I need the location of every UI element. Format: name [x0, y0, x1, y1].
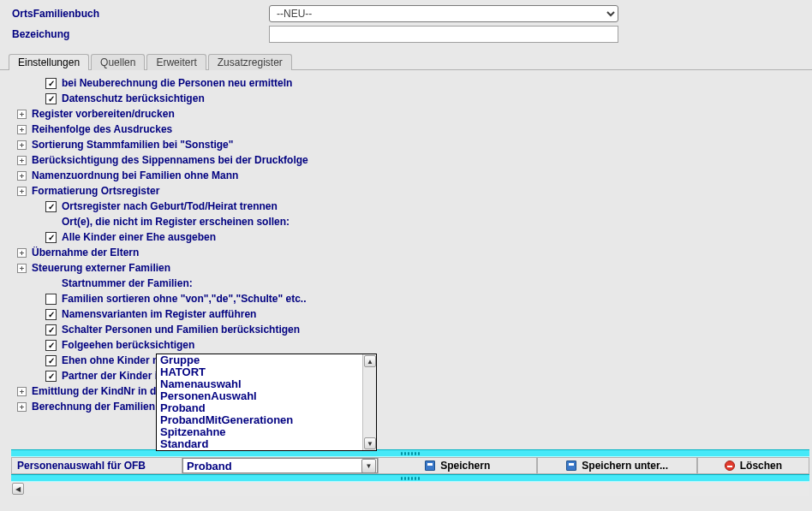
- check-ehen-ohne-kinder[interactable]: [45, 355, 57, 366]
- save-as-button[interactable]: Speichern unter...: [537, 458, 696, 473]
- node-register[interactable]: Register vorbereiten/drucken: [32, 108, 175, 120]
- delete-button[interactable]: Löschen: [697, 458, 809, 473]
- node-namenzu[interactable]: Namenzuordnung bei Familien ohne Mann: [32, 169, 238, 181]
- label-familien-sortieren: Familien sortieren ohne "von","de","Schu…: [62, 293, 307, 305]
- check-ortsregister-trennen[interactable]: [45, 201, 57, 212]
- node-formatierung[interactable]: Formatierung Ortsregister: [32, 185, 159, 197]
- expander-sortierung[interactable]: +: [17, 140, 27, 150]
- save-as-button-label: Speichern unter...: [582, 460, 668, 472]
- node-steuerung-ext[interactable]: Steuerung externer Familien: [32, 262, 170, 274]
- listbox-item-spitzenahne[interactable]: Spitzenahne: [157, 426, 376, 438]
- horizontal-scrollbar[interactable]: ◀: [11, 482, 809, 496]
- bezeichnung-input[interactable]: [269, 26, 618, 43]
- scroll-up-icon[interactable]: ▲: [364, 355, 376, 367]
- label-alle-kinder: Alle Kinder einer Ehe ausgeben: [62, 231, 216, 243]
- expander-uebernahme[interactable]: +: [17, 248, 27, 258]
- scroll-left-icon[interactable]: ◀: [12, 483, 24, 495]
- personenauswahl-combo[interactable]: Proband ▼: [182, 458, 378, 473]
- label-startnummer: Startnummer der Familien:: [62, 277, 193, 289]
- tab-quellen[interactable]: Quellen: [91, 54, 145, 70]
- delete-icon: [725, 460, 735, 471]
- empty-area: [363, 393, 809, 449]
- expander-berechnung-fam[interactable]: +: [17, 402, 27, 412]
- save-button-label: Speichern: [440, 460, 490, 472]
- node-reihenfolge[interactable]: Reihenfolge des Ausdruckes: [32, 123, 172, 135]
- personenauswahl-label: Personenauswahl für OFB: [11, 458, 182, 473]
- listbox-item-gruppe[interactable]: Gruppe: [157, 354, 376, 366]
- label-schalter-personen: Schalter Personen und Familien berücksic…: [62, 324, 300, 336]
- header-form: OrtsFamilienbuch --NEU-- Bezeichung: [0, 0, 812, 51]
- scroll-down-icon[interactable]: ▼: [364, 437, 376, 449]
- listbox-item-hatort[interactable]: HATORT: [157, 366, 376, 378]
- label-ortsregister-trennen: Ortsregister nach Geburt/Tod/Heirat tren…: [62, 200, 278, 212]
- delete-button-label: Löschen: [740, 460, 782, 472]
- settings-tree: bei Neuberechnung die Personen neu ermit…: [0, 70, 812, 438]
- save-icon: [425, 460, 435, 471]
- listbox-item-proband[interactable]: Proband: [157, 402, 376, 414]
- tab-einstellungen[interactable]: Einstellungen: [9, 54, 89, 70]
- node-berechnung-fam[interactable]: Berechnung der Familien: [32, 401, 155, 413]
- listbox-item-standard[interactable]: Standard: [157, 438, 376, 450]
- expander-formatierung[interactable]: +: [17, 187, 27, 196]
- personenauswahl-value[interactable]: Proband: [183, 458, 361, 474]
- node-kindnr[interactable]: Emittlung der KindNr in de: [32, 385, 162, 397]
- expander-reihenfolge[interactable]: +: [17, 125, 27, 134]
- tab-zusatzregister[interactable]: Zusatzregister: [208, 54, 292, 70]
- row-ortsfamilienbuch: OrtsFamilienbuch --NEU--: [12, 5, 803, 22]
- check-alle-kinder[interactable]: [45, 232, 57, 243]
- check-namensvarianten[interactable]: [45, 309, 57, 320]
- expander-sippen[interactable]: +: [17, 156, 27, 165]
- check-neuberechnung[interactable]: [45, 78, 57, 89]
- expander-namenzu[interactable]: +: [17, 171, 27, 181]
- expander-steuerung-ext[interactable]: +: [17, 264, 27, 273]
- listbox-item-personenauswahl[interactable]: PersonenAuswahl: [157, 390, 376, 402]
- label-namensvarianten: Namensvarianten im Register aufführen: [62, 308, 256, 320]
- bottom-toolbar: Personenauswahl für OFB Proband ▼ Speich…: [11, 457, 809, 474]
- save-as-icon: [566, 460, 576, 471]
- splitter-top[interactable]: [11, 449, 809, 457]
- check-familien-sortieren[interactable]: [45, 294, 57, 305]
- label-ort-nicht-im-register: Ort(e), die nicht im Register erscheinen…: [62, 216, 290, 228]
- label-neuberechnung: bei Neuberechnung die Personen neu ermit…: [62, 77, 292, 89]
- ortsfamilienbuch-select[interactable]: --NEU--: [269, 5, 618, 22]
- save-button[interactable]: Speichern: [378, 458, 537, 473]
- listbox-item-proband-gen[interactable]: ProbandMitGenerationen: [157, 414, 376, 426]
- splitter-bottom[interactable]: [11, 474, 809, 482]
- tabbar: Einstellungen Quellen Erweitert Zusatzre…: [0, 51, 812, 70]
- check-datenschutz[interactable]: [45, 93, 57, 104]
- chevron-down-icon[interactable]: ▼: [361, 459, 376, 473]
- listbox-scrollbar[interactable]: ▲ ▼: [362, 354, 376, 450]
- node-sortierung[interactable]: Sortierung Stammfamilien bei "Sonstige": [32, 139, 233, 151]
- check-schalter-personen[interactable]: [45, 324, 57, 336]
- label-bezeichnung: Bezeichung: [12, 28, 269, 40]
- listbox-item-namenauswahl[interactable]: Namenauswahl: [157, 378, 376, 390]
- expander-register[interactable]: +: [17, 110, 27, 119]
- row-bezeichnung: Bezeichung: [12, 26, 803, 43]
- check-folgeehen[interactable]: [45, 340, 57, 351]
- label-ortsfamilienbuch: OrtsFamilienbuch: [12, 8, 269, 20]
- personenauswahl-listbox[interactable]: Gruppe HATORT Namenauswahl PersonenAuswa…: [156, 354, 377, 451]
- label-datenschutz: Datenschutz berücksichtigen: [62, 92, 205, 104]
- label-folgeehen: Folgeehen berücksichtigen: [62, 339, 194, 351]
- check-partner-kinder[interactable]: [45, 371, 57, 382]
- expander-kindnr[interactable]: +: [17, 387, 27, 396]
- node-sippen[interactable]: Berücksichtigung des Sippennamens bei de…: [32, 154, 308, 166]
- node-uebernahme[interactable]: Übernahme der Eltern: [32, 247, 139, 258]
- tab-erweitert[interactable]: Erweitert: [146, 54, 206, 70]
